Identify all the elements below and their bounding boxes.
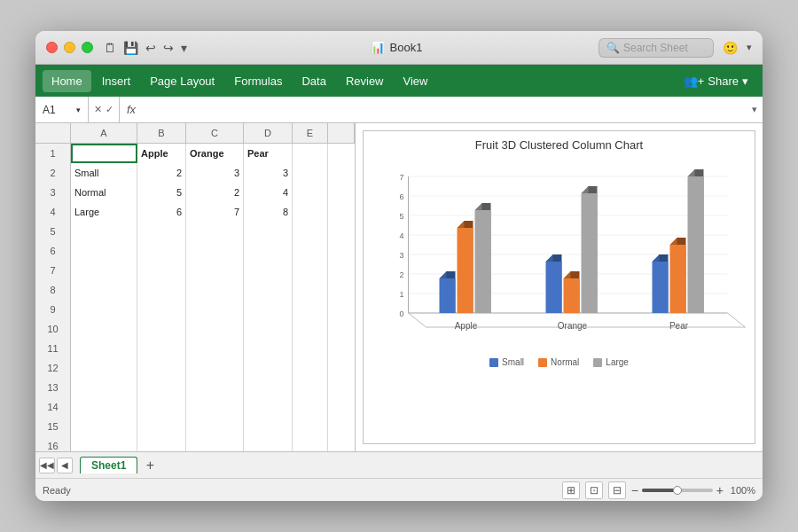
tab-page-layout[interactable]: Page Layout bbox=[141, 70, 223, 92]
cell-c12[interactable] bbox=[186, 358, 244, 378]
col-header-c[interactable]: C bbox=[186, 123, 244, 143]
cell-d4[interactable]: 8 bbox=[244, 202, 293, 222]
page-layout-view-button[interactable]: ⊡ bbox=[585, 481, 603, 499]
cell-b10[interactable] bbox=[137, 319, 186, 339]
cell-c1[interactable]: Orange bbox=[186, 144, 244, 163]
account-dropdown-icon[interactable]: ▾ bbox=[747, 42, 752, 53]
sheet-tab-sheet1[interactable]: Sheet1 bbox=[80, 457, 137, 473]
cell-e4[interactable] bbox=[293, 202, 328, 222]
close-button[interactable] bbox=[46, 42, 58, 53]
col-header-a[interactable]: A bbox=[71, 123, 137, 143]
cell-ref-arrow[interactable]: ▾ bbox=[76, 106, 81, 114]
cell-c4[interactable]: 7 bbox=[186, 202, 244, 222]
cell-b3[interactable]: 5 bbox=[137, 183, 186, 202]
cell-e13[interactable] bbox=[293, 378, 328, 397]
cell-e3[interactable] bbox=[293, 183, 328, 202]
customize-icon[interactable]: ▾ bbox=[181, 41, 187, 55]
cell-e5[interactable] bbox=[293, 222, 328, 241]
cell-a3[interactable]: Normal bbox=[71, 183, 137, 202]
tab-formulas[interactable]: Formulas bbox=[225, 70, 291, 92]
cell-c16[interactable] bbox=[186, 436, 244, 451]
tab-data[interactable]: Data bbox=[293, 70, 334, 92]
cell-a10[interactable] bbox=[71, 319, 137, 339]
tab-insert[interactable]: Insert bbox=[93, 70, 140, 92]
cell-b5[interactable] bbox=[137, 222, 186, 241]
cell-a2[interactable]: Small bbox=[71, 163, 137, 183]
cell-e16[interactable] bbox=[293, 436, 328, 451]
cell-a16[interactable] bbox=[71, 436, 137, 451]
cell-c14[interactable] bbox=[186, 397, 244, 417]
cell-d3[interactable]: 4 bbox=[244, 183, 293, 202]
first-sheet-button[interactable]: ◀◀ bbox=[39, 458, 55, 473]
cell-d8[interactable] bbox=[244, 280, 293, 300]
cell-d7[interactable] bbox=[244, 261, 293, 280]
cell-a7[interactable] bbox=[71, 261, 137, 280]
cell-d5[interactable] bbox=[244, 222, 293, 241]
cell-c9[interactable] bbox=[186, 300, 244, 319]
cell-d11[interactable] bbox=[244, 339, 293, 358]
cell-d2[interactable]: 3 bbox=[244, 163, 293, 183]
cell-a6[interactable] bbox=[71, 241, 137, 261]
cell-b1[interactable]: Apple bbox=[137, 144, 186, 163]
cell-b2[interactable]: 2 bbox=[137, 163, 186, 183]
cell-e8[interactable] bbox=[293, 280, 328, 300]
zoom-out-button[interactable]: − bbox=[631, 483, 638, 497]
cell-b6[interactable] bbox=[137, 241, 186, 261]
cancel-formula-icon[interactable]: ✕ bbox=[94, 104, 102, 115]
tab-home[interactable]: Home bbox=[43, 70, 91, 92]
page-break-view-button[interactable]: ⊟ bbox=[608, 481, 626, 499]
col-header-e[interactable]: E bbox=[293, 123, 328, 143]
account-icon[interactable]: 🙂 bbox=[723, 41, 738, 55]
cell-c10[interactable] bbox=[186, 319, 244, 339]
cell-b11[interactable] bbox=[137, 339, 186, 358]
cell-a11[interactable] bbox=[71, 339, 137, 358]
prev-sheet-button[interactable]: ◀ bbox=[57, 458, 73, 473]
cell-a12[interactable] bbox=[71, 358, 137, 378]
cell-a9[interactable] bbox=[71, 300, 137, 319]
cell-e9[interactable] bbox=[293, 300, 328, 319]
tab-review[interactable]: Review bbox=[337, 70, 393, 92]
cell-e7[interactable] bbox=[293, 261, 328, 280]
cell-c3[interactable]: 2 bbox=[186, 183, 244, 202]
cell-c7[interactable] bbox=[186, 261, 244, 280]
undo-icon[interactable]: ↩ bbox=[145, 41, 156, 55]
zoom-slider[interactable] bbox=[642, 489, 713, 492]
cell-d14[interactable] bbox=[244, 397, 293, 417]
cell-b8[interactable] bbox=[137, 280, 186, 300]
cell-d15[interactable] bbox=[244, 417, 293, 436]
cell-c8[interactable] bbox=[186, 280, 244, 300]
cell-d9[interactable] bbox=[244, 300, 293, 319]
cell-b9[interactable] bbox=[137, 300, 186, 319]
col-header-d[interactable]: D bbox=[244, 123, 293, 143]
cell-c15[interactable] bbox=[186, 417, 244, 436]
save-icon[interactable]: 💾 bbox=[123, 41, 138, 55]
cell-b12[interactable] bbox=[137, 358, 186, 378]
cell-b7[interactable] bbox=[137, 261, 186, 280]
minimize-button[interactable] bbox=[64, 42, 75, 53]
cell-c6[interactable] bbox=[186, 241, 244, 261]
cell-b16[interactable] bbox=[137, 436, 186, 451]
search-sheet-input[interactable]: 🔍 Search Sheet bbox=[598, 38, 714, 58]
cell-e12[interactable] bbox=[293, 358, 328, 378]
cell-d1[interactable]: Pear bbox=[244, 144, 293, 163]
cell-b14[interactable] bbox=[137, 397, 186, 417]
cell-c11[interactable] bbox=[186, 339, 244, 358]
cell-a15[interactable] bbox=[71, 417, 137, 436]
cell-a14[interactable] bbox=[71, 397, 137, 417]
cell-e2[interactable] bbox=[293, 163, 328, 183]
normal-view-button[interactable]: ⊞ bbox=[562, 481, 580, 499]
cell-e14[interactable] bbox=[293, 397, 328, 417]
cell-b15[interactable] bbox=[137, 417, 186, 436]
cell-d10[interactable] bbox=[244, 319, 293, 339]
tab-view[interactable]: View bbox=[395, 70, 437, 92]
cell-d6[interactable] bbox=[244, 241, 293, 261]
cell-b13[interactable] bbox=[137, 378, 186, 397]
cell-a13[interactable] bbox=[71, 378, 137, 397]
cell-c5[interactable] bbox=[186, 222, 244, 241]
cell-e10[interactable] bbox=[293, 319, 328, 339]
zoom-in-button[interactable]: + bbox=[716, 483, 724, 497]
cell-e6[interactable] bbox=[293, 241, 328, 261]
formula-bar-dropdown[interactable]: ▾ bbox=[747, 104, 763, 115]
confirm-formula-icon[interactable]: ✓ bbox=[106, 104, 113, 115]
maximize-button[interactable] bbox=[82, 42, 93, 53]
